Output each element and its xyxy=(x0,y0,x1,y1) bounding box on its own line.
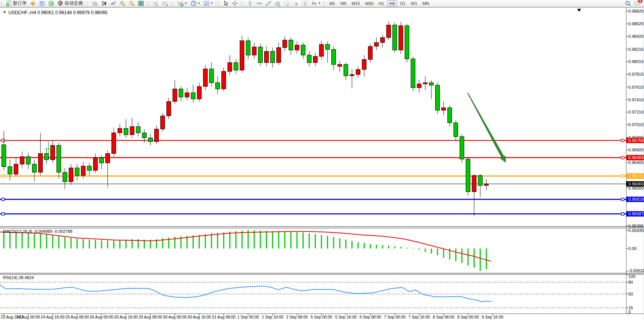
chart-area[interactable]: 0.988200.986200.984200.982150.980150.978… xyxy=(0,0,644,320)
candle xyxy=(313,56,318,62)
text-icon: A xyxy=(293,0,299,6)
horizontal-line-tool-button[interactable] xyxy=(255,0,263,7)
line-chart-button[interactable] xyxy=(109,0,118,7)
chart-shift-marker[interactable] xyxy=(577,9,581,12)
macd-bar xyxy=(413,248,414,249)
svg-text:0.95587: 0.95587 xyxy=(628,211,644,216)
candle xyxy=(118,128,122,133)
line-handle[interactable] xyxy=(2,213,5,215)
svg-text:6 Sep 08:00: 6 Sep 08:00 xyxy=(360,315,381,319)
timeframe-m15-button[interactable]: M15 xyxy=(349,0,362,6)
zoom-in-button[interactable] xyxy=(118,0,127,7)
templates-button[interactable]: ▼ xyxy=(202,0,215,7)
macd-bar xyxy=(126,240,127,249)
line-handle[interactable] xyxy=(621,139,624,142)
bars-chart-icon xyxy=(92,0,98,6)
text-tool-button[interactable]: A xyxy=(292,0,300,7)
svg-text:5 Sep 00:00: 5 Sep 00:00 xyxy=(311,315,332,319)
svg-text:0.98215: 0.98215 xyxy=(628,47,644,52)
text-label-tool-button[interactable]: T xyxy=(301,0,309,7)
timeframe-w1-button[interactable]: W1 xyxy=(408,0,420,6)
macd-bar xyxy=(107,240,108,249)
toolbar-group-scroll xyxy=(152,0,170,7)
toolbar-grip xyxy=(148,1,151,6)
vertical-line-tool-button[interactable] xyxy=(246,0,254,7)
indicators-button[interactable]: ▼ xyxy=(176,0,189,7)
line-handle[interactable] xyxy=(621,213,624,215)
svg-text:24 Aug 00:00: 24 Aug 00:00 xyxy=(16,315,40,319)
candle xyxy=(332,49,336,64)
timeframe-m5-button[interactable]: M5 xyxy=(338,0,349,6)
timeframe-h1-button[interactable]: H1 xyxy=(376,0,386,6)
macd-bar xyxy=(211,233,212,249)
auto-scroll-button[interactable] xyxy=(152,0,160,7)
line-handle[interactable] xyxy=(2,198,5,201)
tile-windows-button[interactable] xyxy=(137,0,145,7)
trendline-icon xyxy=(265,0,271,6)
candle xyxy=(289,40,293,50)
auto-trading-button[interactable]: 自动交易 xyxy=(56,0,84,7)
candlestick-chart-button[interactable] xyxy=(100,0,108,7)
timeframe-m30-button[interactable]: M30 xyxy=(363,0,376,6)
periods-button[interactable]: ▼ xyxy=(189,0,202,7)
chart-header[interactable]: USDCHF-,H4 0.96051 0.96148 0.95979 0.960… xyxy=(3,10,108,15)
profiles-button[interactable] xyxy=(38,0,46,7)
candle xyxy=(442,108,446,110)
svg-text:30 Aug 16:00: 30 Aug 16:00 xyxy=(187,315,211,319)
macd-bar xyxy=(309,233,310,249)
toolbar-group-cursor xyxy=(221,0,239,7)
toolbar-separator xyxy=(240,1,240,6)
timeframe-m1-button[interactable]: M1 xyxy=(327,0,337,6)
price-axis[interactable]: 0.988200.986200.984200.982150.980150.978… xyxy=(626,9,644,228)
line-handle[interactable] xyxy=(621,156,624,159)
timeframe-d1-button[interactable]: D1 xyxy=(398,0,408,6)
community-chat-button[interactable]: 1 xyxy=(633,0,641,7)
auto-trading-button-label: 自动交易 xyxy=(65,0,83,6)
macd-bar xyxy=(77,239,78,249)
candles-chart-icon xyxy=(101,0,107,6)
line-handle[interactable] xyxy=(621,175,624,177)
candle xyxy=(246,41,250,55)
candles xyxy=(0,21,489,216)
market-watch-button[interactable] xyxy=(29,0,37,7)
macd-bar xyxy=(376,245,377,249)
search-button[interactable] xyxy=(624,0,632,7)
trendline-tool-button[interactable] xyxy=(264,0,273,7)
line-handle[interactable] xyxy=(621,198,624,201)
arrows-tool-button[interactable]: ▼ xyxy=(310,0,322,7)
new-order-button[interactable]: 新订单 xyxy=(5,0,28,7)
svg-text:5 Sep 16:00: 5 Sep 16:00 xyxy=(335,315,357,319)
candle xyxy=(26,157,31,164)
timeframe-h4-button[interactable]: H4 xyxy=(387,0,397,6)
svg-text:26 Aug 16:00: 26 Aug 16:00 xyxy=(114,315,138,319)
macd-panel[interactable]: 0.0043040.00-0.005326MACD(12,26,9) -0.00… xyxy=(0,228,644,273)
svg-text:0.97610: 0.97610 xyxy=(628,85,644,89)
toolbar-grip xyxy=(173,1,175,6)
down-arrow-annotation[interactable] xyxy=(467,93,506,162)
timeframe-mn-button[interactable]: MN xyxy=(420,0,431,6)
candle xyxy=(393,25,397,50)
candle xyxy=(136,127,140,133)
macd-bar xyxy=(193,236,194,249)
svg-text:1 Sep 16:00: 1 Sep 16:00 xyxy=(262,315,284,319)
line-handle[interactable] xyxy=(2,175,5,177)
signals-button[interactable] xyxy=(47,0,55,7)
candle xyxy=(167,101,171,116)
bar-chart-button[interactable] xyxy=(91,0,99,7)
time-axis[interactable]: 23 Aug 202224 Aug 00:0024 Aug 16:0025 Au… xyxy=(1,314,503,319)
equidistant-channel-tool-button[interactable]: E xyxy=(273,0,282,7)
toolbar-separator xyxy=(171,1,171,6)
chart-shift-button[interactable] xyxy=(161,0,169,7)
cursor-tool-button[interactable] xyxy=(221,0,230,7)
macd-bar xyxy=(480,249,481,271)
rsi-panel[interactable]: 1008050150RSI(14) 28.4824 xyxy=(0,274,635,314)
fibonacci-tool-button[interactable]: F xyxy=(282,0,291,7)
svg-text:E: E xyxy=(278,4,280,6)
macd-bar xyxy=(431,249,432,253)
candle xyxy=(222,71,226,89)
candle xyxy=(100,158,104,163)
crosshair-tool-button[interactable] xyxy=(231,0,239,7)
zoom-out-button[interactable] xyxy=(128,0,136,7)
macd-bar xyxy=(113,240,115,249)
macd-bar xyxy=(315,234,316,249)
